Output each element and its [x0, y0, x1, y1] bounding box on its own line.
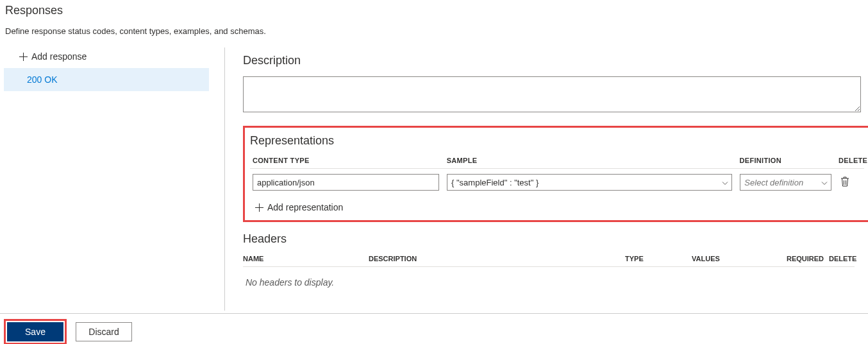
col-definition: DEFINITION: [740, 157, 831, 164]
hcol-description: DESCRIPTION: [369, 255, 625, 262]
plus-icon: [255, 203, 263, 212]
plus-icon: [19, 53, 28, 61]
content-type-input[interactable]: [253, 174, 439, 191]
hcol-required: REQUIRED: [787, 255, 829, 262]
hcol-delete: DELETE: [829, 255, 855, 262]
representations-heading: Representations: [250, 134, 864, 148]
representation-row: { "sampleField" : "test" } Select defini…: [250, 174, 864, 191]
col-content-type: CONTENT TYPE: [253, 157, 439, 164]
col-delete: DELETE: [839, 157, 864, 164]
sample-select[interactable]: { "sampleField" : "test" }: [447, 174, 732, 191]
save-highlight: Save: [4, 319, 67, 344]
definition-select[interactable]: Select definition: [740, 174, 831, 191]
hcol-type: TYPE: [625, 255, 692, 262]
trash-icon: [840, 176, 849, 189]
discard-button[interactable]: Discard: [76, 322, 132, 341]
page-subtitle: Define response status codes, content ty…: [5, 26, 868, 36]
description-heading: Description: [243, 54, 868, 67]
headers-header-row: NAME DESCRIPTION TYPE VALUES REQUIRED DE…: [243, 255, 855, 267]
representations-header-row: CONTENT TYPE SAMPLE DEFINITION DELETE: [250, 157, 864, 169]
headers-empty-message: No headers to display.: [243, 267, 855, 288]
add-representation-label: Add representation: [267, 202, 343, 212]
save-button[interactable]: Save: [7, 322, 63, 341]
add-representation-button[interactable]: Add representation: [255, 202, 864, 212]
add-response-label: Add response: [31, 51, 87, 62]
hcol-values: VALUES: [692, 255, 787, 262]
page-title: Responses: [5, 4, 868, 17]
col-sample: SAMPLE: [447, 157, 732, 164]
hcol-name: NAME: [243, 255, 369, 262]
delete-representation-button[interactable]: [839, 175, 851, 190]
headers-heading: Headers: [243, 232, 855, 246]
responses-sidebar: Add response 200 OK: [4, 47, 225, 311]
add-response-button[interactable]: Add response: [4, 47, 224, 68]
response-item-200[interactable]: 200 OK: [4, 68, 209, 91]
representations-highlight: Representations CONTENT TYPE SAMPLE DEFI…: [243, 126, 868, 222]
footer-bar: Save Discard: [0, 313, 868, 344]
description-textarea[interactable]: [243, 76, 861, 112]
